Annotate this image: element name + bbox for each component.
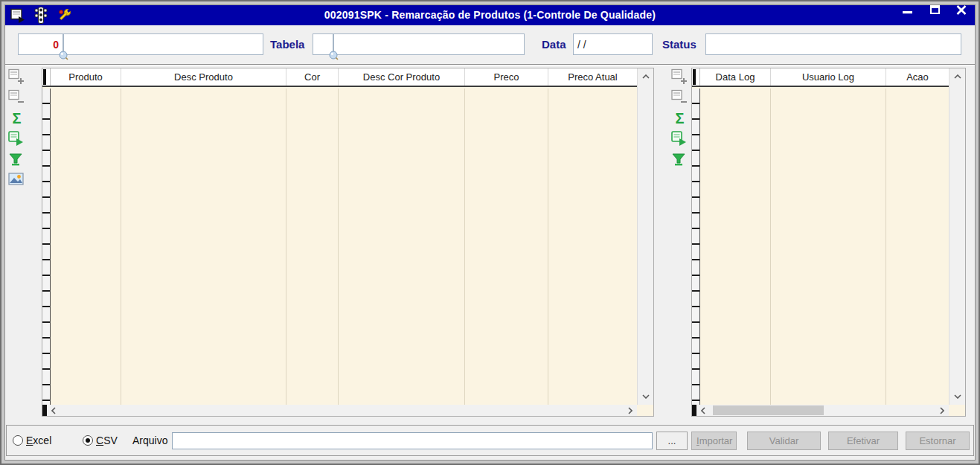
lookup-icon[interactable] [59, 50, 68, 60]
add-record-icon[interactable] [670, 68, 688, 85]
importar-button[interactable]: Importar [691, 432, 737, 450]
col-preco-atual[interactable]: Preco Atual [548, 68, 637, 86]
vertical-scrollbar[interactable] [949, 68, 965, 405]
minimize-button[interactable] [902, 4, 914, 16]
products-grid-header: Produto Desc Produto Cor Desc Cor Produt… [42, 68, 637, 87]
radio-excel[interactable] [13, 435, 23, 446]
scroll-down-icon[interactable] [949, 389, 965, 404]
scroll-left-icon[interactable] [47, 405, 60, 416]
image-icon[interactable] [7, 170, 25, 187]
semaphore-icon[interactable] [33, 7, 49, 22]
tabela-description-input[interactable] [333, 33, 525, 55]
export-record-icon[interactable] [670, 129, 688, 147]
radio-excel-label[interactable]: Excel [26, 434, 51, 447]
data-label: Data [542, 33, 566, 55]
col-data-log[interactable]: Data Log [700, 68, 771, 86]
validar-button[interactable]: Validar [747, 432, 821, 450]
horizontal-scrollbar[interactable] [696, 405, 949, 416]
row-indicator-column [42, 89, 51, 405]
horizontal-scrollbar[interactable] [47, 405, 637, 416]
log-grid-body [692, 89, 949, 405]
scroll-down-icon[interactable] [638, 389, 653, 404]
status-input[interactable] [705, 33, 961, 55]
filter-icon[interactable] [7, 151, 25, 168]
sum-icon[interactable]: Σ [671, 110, 688, 127]
lookup-icon[interactable] [329, 50, 339, 60]
export-record-icon[interactable] [7, 129, 25, 147]
window-title: 002091SPK - Remarcação de Produtos (1-Co… [5, 5, 975, 25]
arquivo-label: Arquivo [132, 434, 167, 447]
scrollbar-corner [637, 405, 653, 416]
title-bar: 002091SPK - Remarcação de Produtos (1-Co… [5, 5, 975, 25]
arquivo-input[interactable] [172, 432, 653, 449]
scroll-left-icon[interactable] [696, 405, 710, 416]
scroll-right-icon[interactable] [935, 405, 949, 416]
col-usuario-log[interactable]: Usuario Log [771, 68, 886, 86]
radio-csv-label[interactable]: CSV [96, 434, 118, 447]
row-indicator-column [692, 89, 700, 405]
estornar-button[interactable]: Estornar [906, 432, 970, 450]
row-indicator-header [42, 68, 51, 86]
code-input[interactable] [18, 33, 63, 55]
scrollbar-thumb[interactable] [713, 405, 824, 415]
wrench-icon[interactable] [57, 7, 73, 23]
row-indicator-header [692, 68, 700, 86]
code-description-input[interactable] [63, 33, 263, 55]
log-grid: Data Log Usuario Log Acao [691, 68, 966, 417]
products-grid: Produto Desc Produto Cor Desc Cor Produt… [42, 68, 654, 417]
efetivar-button[interactable]: Efetivar [828, 432, 898, 450]
col-desc-cor-produto[interactable]: Desc Cor Produto [339, 68, 465, 86]
col-cor[interactable]: Cor [286, 68, 339, 86]
status-label: Status [662, 33, 696, 55]
log-grid-header: Data Log Usuario Log Acao [692, 68, 949, 87]
scroll-up-icon[interactable] [638, 69, 653, 84]
data-input[interactable] [573, 33, 653, 55]
delete-record-icon[interactable] [7, 89, 25, 106]
filter-icon[interactable] [670, 151, 688, 168]
add-record-icon[interactable] [7, 68, 25, 85]
radio-csv[interactable] [83, 435, 93, 446]
scroll-right-icon[interactable] [624, 405, 637, 416]
browse-button[interactable]: ... [656, 432, 688, 450]
scroll-up-icon[interactable] [949, 69, 965, 84]
col-preco[interactable]: Preco [465, 68, 548, 86]
vertical-scrollbar[interactable] [637, 68, 653, 405]
form-window-icon[interactable] [10, 8, 26, 24]
delete-record-icon[interactable] [670, 89, 688, 106]
maximize-button[interactable] [929, 4, 941, 16]
products-grid-body [42, 89, 637, 405]
col-acao[interactable]: Acao [886, 68, 949, 86]
close-button[interactable] [955, 4, 967, 16]
col-desc-produto[interactable]: Desc Produto [121, 68, 286, 86]
col-produto[interactable]: Produto [51, 68, 121, 86]
sum-icon[interactable]: Σ [8, 110, 25, 127]
scrollbar-corner [949, 405, 965, 416]
tabela-label: Tabela [270, 33, 304, 55]
